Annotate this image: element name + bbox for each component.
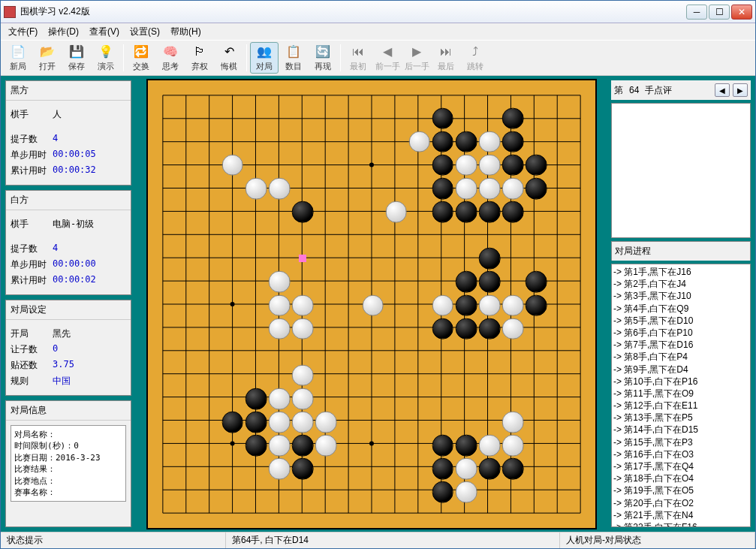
white-stone bbox=[269, 178, 291, 200]
demo-icon: 💡 bbox=[98, 44, 113, 59]
move-item[interactable]: -> 第7手,黑下在D16 bbox=[613, 339, 748, 351]
move-item[interactable]: -> 第12手,白下在E11 bbox=[613, 400, 748, 412]
comment-next-button[interactable]: ▶ bbox=[733, 83, 748, 97]
toolbar-new-button[interactable]: 📄新局 bbox=[4, 42, 32, 74]
resign-icon: 🏳 bbox=[192, 44, 207, 59]
move-item[interactable]: -> 第11手,黑下在O9 bbox=[613, 388, 748, 400]
toolbar-last-button: ⏭最后 bbox=[432, 42, 460, 74]
move-item[interactable]: -> 第19手,黑下在O5 bbox=[613, 484, 748, 496]
progress-list[interactable]: -> 第1手,黑下在J16-> 第2手,白下在J4-> 第3手,黑下在J10->… bbox=[611, 264, 751, 527]
white-stone bbox=[315, 435, 337, 457]
toolbar-resign-button[interactable]: 🏳弃权 bbox=[185, 42, 214, 74]
white-stone bbox=[456, 155, 477, 176]
white-stone bbox=[292, 412, 314, 433]
settings-panel: 对局设定 开局黑先 让子数0 贴还数3.75 规则中国 bbox=[5, 300, 131, 396]
app-window: 围棋学习 v2.42版 ─ ☐ ✕ 文件(F)操作(D)查看(V)设置(S)帮助… bbox=[0, 0, 756, 549]
prev-icon: ◀ bbox=[380, 44, 395, 59]
move-item[interactable]: -> 第17手,黑下在Q4 bbox=[613, 460, 748, 472]
white-stone bbox=[456, 481, 477, 503]
move-item[interactable]: -> 第14手,白下在D15 bbox=[613, 424, 748, 436]
white-stone bbox=[479, 155, 501, 176]
white-stone bbox=[479, 435, 501, 457]
move-item[interactable]: -> 第16手,白下在O3 bbox=[613, 448, 748, 460]
next-icon: ▶ bbox=[409, 44, 424, 59]
white-stone bbox=[502, 318, 524, 339]
minimize-button[interactable]: ─ bbox=[686, 5, 707, 20]
white-stone bbox=[269, 318, 291, 339]
toolbar-count-button[interactable]: 📋数目 bbox=[279, 42, 308, 74]
comment-prev-button[interactable]: ◀ bbox=[715, 83, 730, 97]
move-item[interactable]: -> 第22手,白下在F16 bbox=[613, 521, 748, 527]
black-stone bbox=[456, 294, 477, 316]
move-item[interactable]: -> 第13手,黑下在P5 bbox=[613, 412, 748, 424]
black-stone bbox=[502, 458, 524, 480]
move-item[interactable]: -> 第2手,白下在J4 bbox=[613, 278, 748, 290]
white-stone bbox=[385, 201, 407, 223]
move-item[interactable]: -> 第21手,黑下在N4 bbox=[613, 509, 748, 521]
svg-point-43 bbox=[369, 441, 374, 445]
move-item[interactable]: -> 第10手,白下在P16 bbox=[613, 376, 748, 388]
status-hint: 状态提示 bbox=[1, 532, 226, 548]
black-stone bbox=[245, 412, 267, 433]
statusbar: 状态提示 第64手, 白下在D14 人机对局-对局状态 bbox=[1, 532, 755, 548]
info-panel: 对局信息 对局名称： 时间限制(秒)：0 比赛日期：2016-3-23 比赛结果… bbox=[5, 400, 131, 527]
toolbar-open-button[interactable]: 📂打开 bbox=[33, 42, 62, 74]
menubar: 文件(F)操作(D)查看(V)设置(S)帮助(H) bbox=[1, 23, 755, 40]
white-stone bbox=[292, 318, 314, 339]
white-stone bbox=[222, 155, 244, 176]
black-stone bbox=[526, 271, 547, 293]
toolbar-undo-button[interactable]: ↶悔棋 bbox=[215, 42, 243, 74]
white-stone bbox=[362, 294, 384, 316]
move-item[interactable]: -> 第3手,黑下在J10 bbox=[613, 290, 748, 302]
menu-帮助(H)[interactable]: 帮助(H) bbox=[166, 24, 206, 40]
go-board[interactable] bbox=[146, 79, 597, 529]
count-icon: 📋 bbox=[286, 44, 301, 59]
move-item[interactable]: -> 第20手,白下在O2 bbox=[613, 497, 748, 509]
toolbar-save-button[interactable]: 💾保存 bbox=[62, 42, 91, 74]
undo-icon: ↶ bbox=[221, 44, 236, 59]
white-stone bbox=[245, 178, 267, 200]
toolbar-replay-button[interactable]: 🔄再现 bbox=[309, 42, 337, 74]
comment-box[interactable] bbox=[611, 103, 751, 238]
black-stone bbox=[456, 435, 477, 457]
status-mode: 人机对局-对局状态 bbox=[560, 532, 755, 548]
black-stone bbox=[245, 388, 267, 410]
move-item[interactable]: -> 第9手,黑下在D4 bbox=[613, 363, 748, 376]
black-stone bbox=[479, 248, 501, 270]
black-stone bbox=[432, 435, 454, 457]
black-stone bbox=[245, 435, 267, 457]
move-item[interactable]: -> 第1手,黑下在J16 bbox=[613, 266, 748, 278]
move-item[interactable]: -> 第4手,白下在Q9 bbox=[613, 303, 748, 315]
toolbar-demo-button[interactable]: 💡演示 bbox=[92, 42, 120, 74]
move-item[interactable]: -> 第18手,白下在O4 bbox=[613, 472, 748, 484]
titlebar: 围棋学习 v2.42版 ─ ☐ ✕ bbox=[1, 1, 755, 23]
white-stone bbox=[408, 131, 430, 152]
menu-设置(S)[interactable]: 设置(S) bbox=[125, 24, 164, 40]
right-pane: 第 64 手点评 ◀ ▶ 对局进程 -> 第1手,黑下在J16-> 第2手,白下… bbox=[611, 80, 751, 527]
black-stone bbox=[456, 201, 477, 223]
close-button[interactable]: ✕ bbox=[731, 5, 752, 20]
toolbar-think-button[interactable]: 🧠思考 bbox=[156, 42, 185, 74]
svg-point-41 bbox=[369, 162, 374, 167]
toolbar-match-button[interactable]: 👥对局 bbox=[250, 42, 279, 74]
black-stone bbox=[292, 201, 314, 223]
menu-操作(D)[interactable]: 操作(D) bbox=[44, 24, 83, 40]
white-stone bbox=[269, 388, 291, 410]
toolbar-swap-button[interactable]: 🔁交换 bbox=[127, 42, 155, 74]
move-item[interactable]: -> 第5手,黑下在D10 bbox=[613, 315, 748, 327]
move-item[interactable]: -> 第8手,白下在P4 bbox=[613, 351, 748, 363]
move-item[interactable]: -> 第15手,黑下在P3 bbox=[613, 436, 748, 448]
white-stone bbox=[456, 458, 477, 480]
black-stone bbox=[479, 271, 501, 293]
white-stone bbox=[269, 412, 291, 433]
maximize-button[interactable]: ☐ bbox=[709, 5, 730, 20]
content-area: 黑方 棋手人 提子数4 单步用时00:00:05 累计用时00:00:32 白方… bbox=[1, 76, 755, 532]
move-item[interactable]: -> 第6手,白下在P10 bbox=[613, 327, 748, 339]
black-stone bbox=[292, 435, 314, 457]
menu-文件(F)[interactable]: 文件(F) bbox=[4, 24, 42, 40]
last-icon: ⏭ bbox=[438, 44, 453, 59]
white-stone bbox=[269, 271, 291, 293]
menu-查看(V)[interactable]: 查看(V) bbox=[85, 24, 124, 40]
progress-title: 对局进程 bbox=[611, 241, 751, 261]
new-icon: 📄 bbox=[11, 44, 26, 59]
